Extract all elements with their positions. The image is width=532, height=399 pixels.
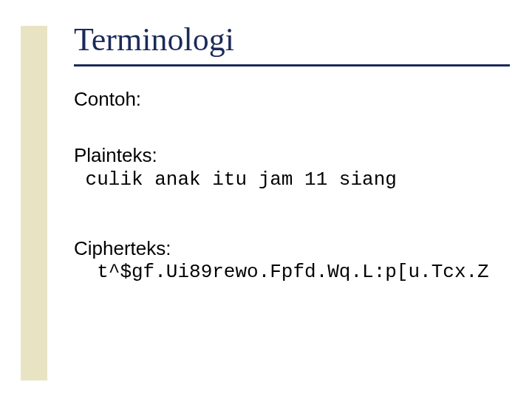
decorative-side-stripe <box>21 26 47 381</box>
title-underline <box>74 64 510 66</box>
spacer <box>74 191 502 236</box>
slide-title: Terminologi <box>74 21 502 58</box>
ciphertext-label: Cipherteks: <box>74 236 502 262</box>
plaintext-value: culik anak itu jam 11 siang <box>74 168 502 191</box>
ciphertext-value: t^$gf.Ui89rewo.Fpfd.Wq.L:p[u.Tcx.Z <box>74 261 502 283</box>
slide: Terminologi Contoh: Plainteks: culik ana… <box>0 0 532 399</box>
spacer <box>74 112 502 143</box>
plaintext-label: Plainteks: <box>74 143 502 168</box>
slide-content: Terminologi Contoh: Plainteks: culik ana… <box>74 21 502 283</box>
example-label: Contoh: <box>74 87 502 112</box>
